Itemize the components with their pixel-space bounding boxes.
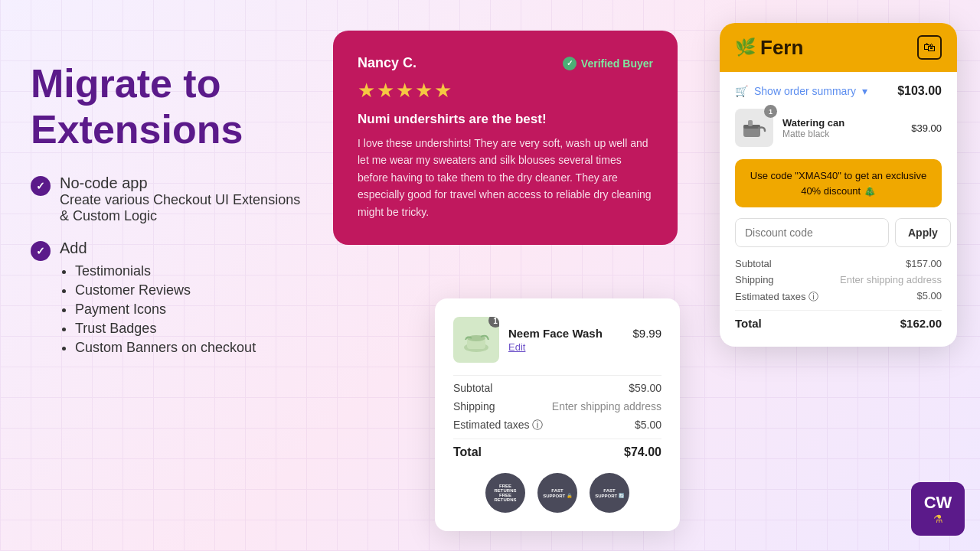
sub-item-badges: Trust Badges [75,321,256,337]
cw-icon: ⚗ [933,513,943,525]
trust-badge-2: FAST SUPPORT 🔒 [537,473,577,513]
shipping-label: Shipping [453,400,495,412]
cart-item-row: 1 Neem Face Wash $9.99 Edit [453,317,662,363]
trust-badges: FREE RETURNS FREE RETURNS FAST SUPPORT 🔒… [453,473,662,513]
promo-banner: Use code "XMAS40" to get an exclusive 40… [735,159,942,207]
fern-card: 🌿 Fern 🛍 🛒 Show order summary ▾ $103.00 … [720,23,957,347]
order-summary-toggle[interactable]: 🛒 Show order summary ▾ $103.00 [735,84,942,98]
verified-badge: ✓ Verified Buyer [563,57,653,70]
fern-subtotal-row: Subtotal $157.00 [735,258,942,269]
sub-item-reviews: Customer Reviews [75,282,256,298]
sub-item-banners: Custom Banners on checkout [75,340,256,356]
feature-1-sub: Create various Checkout UI Extensions & … [60,192,306,224]
discount-input[interactable] [735,218,889,247]
order-summary-price: $103.00 [897,84,942,98]
fern-product-sub: Matte black [782,129,902,139]
fern-header: 🌿 Fern 🛍 [720,23,957,72]
cart-item-name: Neem Face Wash [508,327,603,340]
verified-dot: ✓ [563,57,577,70]
check-icon-2 [31,241,51,261]
fern-taxes-value: $5.00 [916,290,942,304]
subtotal-value: $59.00 [629,382,662,394]
total-value: $74.00 [624,445,662,459]
fern-shipping-value: Enter shipping address [840,274,942,285]
cart-icon-small: 🛒 [735,85,748,97]
review-headline: Numi undershirts are the best! [358,112,653,127]
cart-shipping-row: Shipping Enter shipping address [453,400,662,412]
star-rating: ★★★★★ [358,79,653,103]
fern-logo-icon: 🌿 [735,37,756,57]
discount-row: Apply [735,218,942,247]
left-section: Migrate to Extensions No-code app Create… [31,61,306,374]
fern-product-badge: 1 [764,105,777,118]
check-icon-1 [31,176,51,196]
apply-button[interactable]: Apply [895,218,951,247]
review-body: I love these undershirts! They are very … [358,135,653,220]
taxes-value: $5.00 [635,419,662,432]
subtotal-label: Subtotal [453,382,492,394]
shipping-value: Enter shipping address [552,400,662,412]
taxes-label: Estimated taxes ⓘ [453,419,544,432]
fern-product-name: Watering can [782,117,902,129]
fern-taxes-label: Estimated taxes ⓘ [735,290,818,304]
fern-total-value: $162.00 [900,317,942,330]
feature-list: No-code app Create various Checkout UI E… [31,174,306,359]
fern-subtotal-value: $157.00 [906,258,942,269]
fern-total-label: Total [735,317,762,330]
trust-badge-1: FREE RETURNS FREE RETURNS [485,473,525,513]
cw-logo: CW ⚗ [911,482,965,536]
feature-1-label: No-code app [60,174,306,192]
chevron-down-icon: ▾ [862,85,867,97]
review-header: Nancy C. ✓ Verified Buyer [358,55,653,71]
fern-product-image: 1 [735,109,773,147]
total-label: Total [453,445,482,459]
fern-shipping-row: Shipping Enter shipping address [735,274,942,285]
fern-subtotal-label: Subtotal [735,258,772,269]
cart-subtotal-row: Subtotal $59.00 [453,382,662,394]
reviewer-name: Nancy C. [358,55,416,71]
cart-card: 1 Neem Face Wash $9.99 Edit Subtotal $59… [435,298,680,531]
fern-total-row: Total $162.00 [735,317,942,330]
fern-logo: 🌿 Fern [735,36,803,60]
verified-label: Verified Buyer [581,57,653,70]
svg-rect-5 [748,120,753,126]
fern-cart-icon[interactable]: 🛍 [917,35,942,60]
cart-item-price: $9.99 [632,327,662,340]
cart-taxes-row: Estimated taxes ⓘ $5.00 [453,419,662,432]
cart-item-details: Neem Face Wash $9.99 Edit [508,327,662,353]
fern-logo-text: Fern [760,36,803,60]
cart-edit-link[interactable]: Edit [508,341,662,353]
sub-item-payment: Payment Icons [75,302,256,318]
feature-2-label: Add [60,240,256,257]
cw-text: CW [924,493,952,513]
fern-product-info: Watering can Matte black [782,117,902,139]
feature-item-1: No-code app Create various Checkout UI E… [31,174,306,224]
feature-item-2: Add Testimonials Customer Reviews Paymen… [31,240,306,359]
order-summary-label: Show order summary [754,85,856,97]
cart-divider [453,375,662,376]
fern-product-row: 1 Watering can Matte black $39.00 [735,109,942,147]
sub-feature-list: Testimonials Customer Reviews Payment Ic… [60,263,256,356]
fern-divider [735,310,942,311]
fern-body: 🛒 Show order summary ▾ $103.00 1 Waterin… [720,72,957,347]
sub-item-testimonials: Testimonials [75,263,256,279]
cart-item-image: 1 [453,317,499,363]
page-title: Migrate to Extensions [31,61,306,153]
trust-badge-3: FAST SUPPORT 🔄 [590,473,629,513]
cart-divider-2 [453,439,662,439]
fern-taxes-row: Estimated taxes ⓘ $5.00 [735,290,942,304]
fern-product-price: $39.00 [911,122,942,134]
review-card: Nancy C. ✓ Verified Buyer ★★★★★ Numi und… [333,31,678,245]
fern-shipping-label: Shipping [735,274,774,285]
cart-total-row: Total $74.00 [453,445,662,459]
